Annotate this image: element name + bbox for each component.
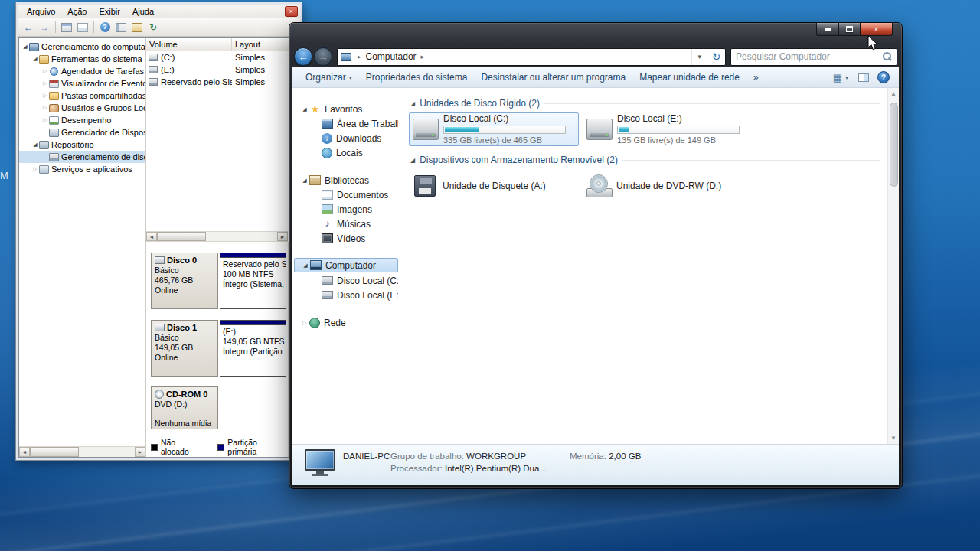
tree-item-disk-management[interactable]: Gerenciamento de disc [19,151,145,163]
scrollbar-track[interactable] [79,447,135,457]
sidebar-item-rede[interactable]: ▷ Rede [294,315,398,330]
partition-cell[interactable]: (E:) 149,05 GB NTFS Íntegro (Partição [220,320,286,377]
close-button[interactable]: × [861,23,893,36]
group-header-removable-storage[interactable]: ◢ Dispositivos com Armazenamento Removív… [410,154,880,166]
expander-collapsed-icon[interactable]: ▷ [41,117,49,123]
expander-collapsed-icon[interactable]: ▷ [41,93,49,99]
help-icon[interactable]: ? [97,20,113,34]
disk-info-cell[interactable]: Disco 1 Básico 149,05 GB Online [151,320,218,377]
sidebar-item-disco-local-e[interactable]: Disco Local (E:) [294,288,398,302]
sidebar-item-area-de-trabalho[interactable]: Área de Trabalho [294,116,398,131]
tree-item-task-scheduler[interactable]: ▷ Agendador de Tarefas [19,65,145,77]
sidebar-item-disco-local-c[interactable]: Disco Local (C:) [294,273,398,288]
minimize-button[interactable] [816,23,839,36]
device-item-floppy[interactable]: Unidade de Disquete (A:) [409,169,579,203]
expander-collapsed-icon[interactable]: ▷ [41,80,49,86]
tree-item-shared-folders[interactable]: ▷ Pastas compartilhadas [19,90,145,102]
search-input[interactable] [736,51,883,62]
drive-item-e[interactable]: Disco Local (E:) 135 GB livre(s) de 149 … [583,112,753,146]
content-vertical-scrollbar[interactable]: ▲ ▼ [887,88,899,444]
refresh-icon[interactable]: ↻ [707,49,725,65]
map-network-drive-button[interactable]: Mapear unidade de rede [632,67,746,87]
tree-item-device-manager[interactable]: Gerenciador de Disposit [19,126,145,139]
preview-pane-icon[interactable] [858,73,869,82]
help-icon[interactable]: ? [877,71,890,83]
sidebar-item-documentos[interactable]: Documentos [294,187,398,202]
mmc-child-close-icon[interactable]: × [285,6,298,17]
sidebar-item-imagens[interactable]: Imagens [294,202,398,217]
tree-item-local-users-groups[interactable]: ▷ Usuários e Grupos Loca [19,102,145,114]
expander-collapsed-icon[interactable]: ▷ [41,105,49,111]
tree-item-system-tools[interactable]: ◢ Ferramentas do sistema [19,53,145,65]
properties-icon[interactable] [129,20,145,34]
address-bar[interactable]: ▸ Computador ▸ ▾ ↻ [337,48,726,66]
scroll-right-icon[interactable]: ► [135,447,145,457]
sidebar-item-videos[interactable]: Vídeos [294,231,398,246]
maximize-button[interactable] [839,23,861,36]
device-item-dvd[interactable]: Unidade de DVD-RW (D:) [583,169,753,203]
column-volume[interactable]: Volume [146,38,232,51]
tree-item-performance[interactable]: ▷ Desempenho [19,114,145,126]
expander-collapsed-icon[interactable]: ▷ [300,320,309,326]
sidebar-item-favoritos[interactable]: ◢ ★ Favoritos [294,102,398,116]
mmc-back-icon[interactable]: ← [21,20,36,34]
sidebar-item-locais[interactable]: Locais [294,145,398,160]
scrollbar-thumb[interactable] [30,447,79,457]
sidebar-item-computador[interactable]: ◢ Computador [294,258,398,272]
disk-info-cell[interactable]: Disco 0 Básico 465,76 GB Online [151,253,218,309]
scrollbar-thumb[interactable] [157,232,206,241]
scrollbar-thumb[interactable] [890,103,898,187]
uninstall-program-button[interactable]: Desinstalar ou alterar um programa [474,67,632,87]
expander-expanded-icon[interactable]: ◢ [300,106,309,112]
system-properties-button[interactable]: Propriedades do sistema [359,67,475,87]
volume-row[interactable]: Reservado pelo Sistema Simples [146,76,299,88]
mmc-forward-icon[interactable]: → [37,20,52,34]
refresh-icon[interactable]: ↻ [145,20,161,34]
scroll-right-icon[interactable]: ► [277,232,288,241]
show-console-tree-icon[interactable] [113,20,129,34]
group-header-hard-drives[interactable]: ◢ Unidades de Disco Rígido (2) [410,97,880,109]
tree-item-event-viewer[interactable]: ▷ Visualizador de Eventos [19,77,145,90]
disk-info-cell[interactable]: CD-ROM 0 DVD (D:) Nenhuma mídia [151,386,218,429]
organize-button[interactable]: Organizar ▾ [299,67,359,87]
expander-expanded-icon[interactable]: ◢ [301,262,310,269]
menu-exibir[interactable]: Exibir [93,5,126,18]
column-layout[interactable]: Layout [232,38,299,51]
menu-arquivo[interactable]: Arquivo [21,5,61,18]
scroll-down-icon[interactable]: ▼ [888,432,899,444]
export-list-icon[interactable] [75,20,90,34]
breadcrumb-location[interactable]: Computador [366,51,416,62]
partition-cell[interactable]: Reservado pelo S 100 MB NTFS Íntegro (Si… [220,253,286,309]
tree-item-computer-management[interactable]: ◢ Gerenciamento do computado [19,41,145,53]
sidebar-item-downloads[interactable]: ↓ Downloads [294,131,398,145]
volume-list-horizontal-scrollbar[interactable]: ◄ ► [146,231,288,242]
expander-collapsed-icon[interactable]: ▷ [41,68,49,74]
drive-item-c[interactable]: Disco Local (C:) 335 GB livre(s) de 465 … [409,112,579,146]
tree-item-services-applications[interactable]: ▷ Serviços e aplicativos [19,163,145,175]
expander-expanded-icon[interactable]: ◢ [31,56,39,62]
scroll-left-icon[interactable]: ◄ [146,232,157,241]
address-dropdown-icon[interactable]: ▾ [691,49,707,65]
sidebar-item-musicas[interactable]: ♪ Músicas [294,217,398,231]
chevron-icon[interactable]: ▸ [353,53,366,60]
forward-button[interactable]: → [314,47,332,66]
scroll-left-icon[interactable]: ◄ [19,447,30,457]
tree-item-storage[interactable]: ◢ Repositório [19,139,145,151]
expander-collapsed-icon[interactable]: ▷ [31,166,39,172]
expander-expanded-icon[interactable]: ◢ [31,142,39,148]
expander-expanded-icon[interactable]: ◢ [21,44,29,50]
group-collapse-icon[interactable]: ◢ [410,100,415,107]
change-view-button[interactable]: ▦ ▾ [831,72,850,83]
scroll-up-icon[interactable]: ▲ [888,88,899,99]
volume-row[interactable]: (E:) Simples [146,64,299,76]
scrollbar-track[interactable] [206,232,277,241]
expander-expanded-icon[interactable]: ◢ [300,178,309,184]
group-collapse-icon[interactable]: ◢ [410,157,415,164]
menu-acao[interactable]: Ação [61,5,93,18]
tree-horizontal-scrollbar[interactable]: ◄ ► [19,446,145,457]
chevron-icon[interactable]: ▸ [416,53,430,60]
console-window-icon[interactable] [59,20,74,34]
toolbar-overflow-button[interactable]: » [746,67,766,87]
sidebar-item-bibliotecas[interactable]: ◢ Bibliotecas [294,173,398,187]
back-button[interactable]: ← [294,47,312,66]
